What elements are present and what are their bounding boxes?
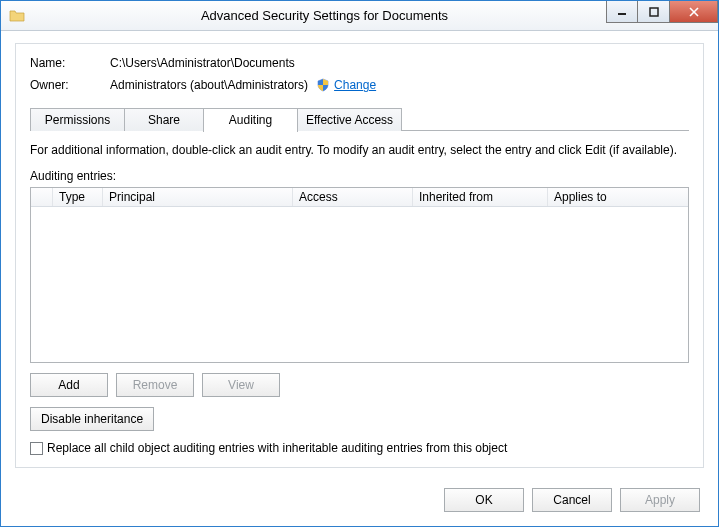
svg-rect-1 bbox=[650, 8, 658, 16]
change-owner-link[interactable]: Change bbox=[334, 78, 376, 92]
remove-button: Remove bbox=[116, 373, 194, 397]
apply-button: Apply bbox=[620, 488, 700, 512]
entry-buttons: Add Remove View bbox=[30, 373, 689, 397]
instruction-text: For additional information, double-click… bbox=[30, 143, 689, 157]
shield-icon bbox=[316, 78, 330, 92]
name-value: C:\Users\Administrator\Documents bbox=[110, 56, 295, 70]
name-row: Name: C:\Users\Administrator\Documents bbox=[30, 56, 689, 70]
col-inherited[interactable]: Inherited from bbox=[413, 188, 548, 206]
name-label: Name: bbox=[30, 56, 110, 70]
replace-checkbox[interactable] bbox=[30, 442, 43, 455]
view-button: View bbox=[202, 373, 280, 397]
col-icon[interactable] bbox=[31, 188, 53, 206]
replace-row: Replace all child object auditing entrie… bbox=[30, 441, 689, 455]
folder-icon bbox=[9, 8, 25, 24]
titlebar: Advanced Security Settings for Documents bbox=[1, 1, 718, 31]
tabstrip: Permissions Share Auditing Effective Acc… bbox=[30, 108, 689, 131]
close-button[interactable] bbox=[670, 1, 718, 23]
auditing-entries-label: Auditing entries: bbox=[30, 169, 689, 183]
content-area: Name: C:\Users\Administrator\Documents O… bbox=[1, 31, 718, 478]
window-controls bbox=[606, 1, 718, 23]
tab-auditing[interactable]: Auditing bbox=[203, 108, 298, 132]
inner-pane: Name: C:\Users\Administrator\Documents O… bbox=[15, 43, 704, 468]
auditing-listview[interactable]: Type Principal Access Inherited from App… bbox=[30, 187, 689, 363]
minimize-button[interactable] bbox=[606, 1, 638, 23]
ok-button[interactable]: OK bbox=[444, 488, 524, 512]
cancel-button[interactable]: Cancel bbox=[532, 488, 612, 512]
col-applies[interactable]: Applies to bbox=[548, 188, 688, 206]
col-access[interactable]: Access bbox=[293, 188, 413, 206]
inheritance-row: Disable inheritance bbox=[30, 407, 689, 431]
add-button[interactable]: Add bbox=[30, 373, 108, 397]
replace-label: Replace all child object auditing entrie… bbox=[47, 441, 507, 455]
security-settings-window: Advanced Security Settings for Documents… bbox=[0, 0, 719, 527]
dialog-footer: OK Cancel Apply bbox=[1, 478, 718, 526]
listview-header: Type Principal Access Inherited from App… bbox=[31, 188, 688, 207]
tab-effective-access[interactable]: Effective Access bbox=[297, 108, 402, 131]
col-type[interactable]: Type bbox=[53, 188, 103, 206]
maximize-button[interactable] bbox=[638, 1, 670, 23]
owner-value: Administrators (about\Administrators) bbox=[110, 78, 308, 92]
listview-body[interactable] bbox=[31, 207, 688, 362]
owner-row: Owner: Administrators (about\Administrat… bbox=[30, 78, 689, 92]
tab-permissions[interactable]: Permissions bbox=[30, 108, 125, 131]
disable-inheritance-button[interactable]: Disable inheritance bbox=[30, 407, 154, 431]
col-principal[interactable]: Principal bbox=[103, 188, 293, 206]
owner-label: Owner: bbox=[30, 78, 110, 92]
tab-share[interactable]: Share bbox=[124, 108, 204, 131]
